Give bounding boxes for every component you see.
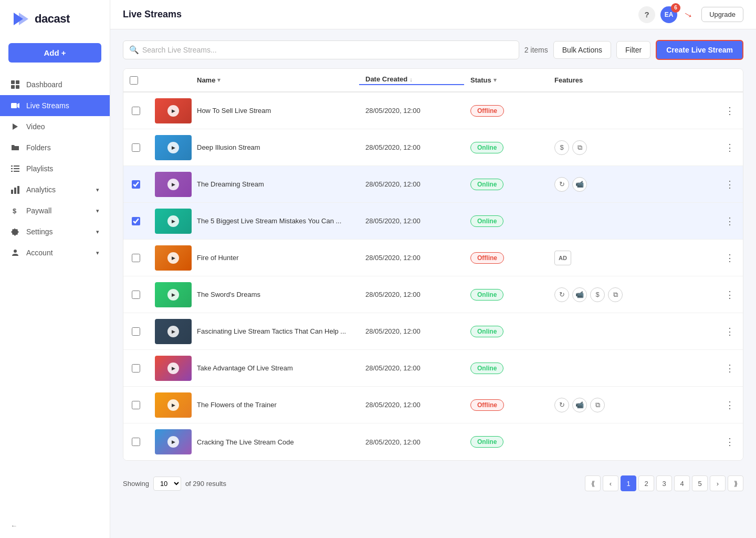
- page-button-1[interactable]: 1: [621, 475, 636, 491]
- header-name[interactable]: Name ▾: [191, 76, 359, 84]
- more-options-button[interactable]: ⋮: [723, 398, 737, 412]
- more-options-button[interactable]: ⋮: [723, 251, 737, 265]
- more-options-button[interactable]: ⋮: [723, 361, 737, 376]
- sort-down-icon: ↓: [410, 76, 413, 82]
- row-checkbox[interactable]: [132, 401, 140, 409]
- sidebar-item-live-streams[interactable]: Live Streams: [0, 95, 110, 116]
- table-row: ▶ The 5 Biggest Live Stream Mistakes You…: [123, 203, 743, 240]
- select-all-checkbox[interactable]: [130, 76, 138, 85]
- table-row: ▶ How To Sell Live Stream 28/05/2020, 12…: [123, 92, 743, 129]
- row-name-cell: Deep Illusion Stream: [191, 143, 359, 151]
- row-checkbox[interactable]: [132, 438, 140, 446]
- gear-icon: [10, 227, 20, 236]
- row-features-cell: ↻📹⧉: [548, 398, 717, 412]
- row-checkbox[interactable]: [132, 143, 140, 152]
- create-live-stream-button[interactable]: Create Live Stream: [656, 40, 743, 60]
- sidebar-item-label: Playlists: [26, 164, 53, 173]
- table-body: ▶ How To Sell Live Stream 28/05/2020, 12…: [123, 92, 743, 460]
- add-button[interactable]: Add +: [8, 43, 101, 63]
- search-icon: 🔍: [129, 45, 139, 55]
- chevron-down-icon: ▾: [96, 250, 99, 256]
- filter-button[interactable]: Filter: [616, 41, 650, 59]
- page-button-5[interactable]: 5: [692, 475, 708, 491]
- page-button-2[interactable]: 2: [638, 475, 654, 491]
- header-checkbox-cell: [123, 76, 149, 85]
- row-checkbox[interactable]: [132, 291, 140, 299]
- header-status[interactable]: Status ▾: [464, 76, 548, 84]
- sidebar-item-dashboard[interactable]: Dashboard: [0, 74, 110, 95]
- row-checkbox-cell: [123, 364, 149, 373]
- sidebar-item-account[interactable]: Account ▾: [0, 242, 110, 263]
- stream-name: The Dreaming Stream: [197, 180, 264, 188]
- sidebar-item-paywall[interactable]: $ Paywall ▾: [0, 200, 110, 221]
- sidebar-item-settings[interactable]: Settings ▾: [0, 221, 110, 242]
- notification-indicator: EA 6: [660, 6, 677, 23]
- more-options-button[interactable]: ⋮: [723, 214, 737, 229]
- header-date-created[interactable]: Date Created ↓: [359, 75, 464, 85]
- table-header: Name ▾ Date Created ↓ Status ▾ Features: [123, 69, 743, 92]
- stream-thumbnail: ▶: [155, 98, 192, 123]
- prev-page-button[interactable]: ‹: [603, 475, 618, 491]
- svg-rect-12: [14, 168, 19, 169]
- main-content: Live Streams ? EA 6 → Upgrade 🔍 2 items …: [110, 0, 756, 538]
- row-date-cell: 28/05/2020, 12:00: [359, 401, 464, 409]
- more-options-button[interactable]: ⋮: [723, 287, 737, 302]
- row-features-cell: ↻📹: [548, 177, 717, 192]
- sidebar-item-analytics[interactable]: Analytics ▾: [0, 179, 110, 200]
- sort-icon: ▾: [494, 77, 497, 84]
- per-page-select[interactable]: 10 25 50: [153, 477, 181, 491]
- status-badge: Online: [470, 215, 503, 227]
- search-input[interactable]: [123, 40, 519, 59]
- row-checkbox[interactable]: [132, 180, 140, 189]
- sidebar: dacast Add + Dashboard Live Streams Vide…: [0, 0, 110, 538]
- ad-feature-icon: AD: [554, 251, 571, 265]
- back-button[interactable]: ←: [10, 522, 99, 530]
- stream-name: Fascinating Live Stream Tactics That Can…: [197, 327, 346, 335]
- video-icon: [10, 101, 20, 110]
- stream-thumbnail: ▶: [155, 429, 192, 454]
- bulk-actions-button[interactable]: Bulk Actions: [553, 41, 611, 59]
- more-options-button[interactable]: ⋮: [723, 104, 737, 118]
- list-icon: [10, 164, 20, 173]
- features-cell: ↻📹⧉: [554, 398, 710, 412]
- status-badge: Offline: [470, 399, 504, 411]
- stream-name: The 5 Biggest Live Stream Mistakes You C…: [197, 217, 341, 225]
- upgrade-button[interactable]: Upgrade: [701, 7, 743, 22]
- row-thumbnail-cell: ▶: [149, 209, 191, 234]
- user-icon: [10, 248, 20, 257]
- last-page-button[interactable]: ⟫: [728, 475, 743, 491]
- page-button-3[interactable]: 3: [656, 475, 672, 491]
- row-thumbnail-cell: ▶: [149, 135, 191, 160]
- more-options-button[interactable]: ⋮: [723, 324, 737, 339]
- first-page-button[interactable]: ⟪: [585, 475, 601, 491]
- row-thumbnail-cell: ▶: [149, 172, 191, 197]
- next-page-button[interactable]: ›: [710, 475, 726, 491]
- row-checkbox[interactable]: [132, 217, 140, 225]
- row-checkbox[interactable]: [132, 327, 140, 336]
- row-checkbox[interactable]: [132, 107, 140, 115]
- more-options-button[interactable]: ⋮: [723, 177, 737, 192]
- row-checkbox[interactable]: [132, 254, 140, 262]
- table-row: ▶ Take Advantage Of Live Stream 28/05/20…: [123, 350, 743, 387]
- sidebar-item-label: Paywall: [26, 206, 51, 215]
- sidebar-item-folders[interactable]: Folders: [0, 137, 110, 158]
- copy-feature-icon: ⧉: [572, 140, 587, 155]
- sidebar-item-label: Analytics: [26, 185, 56, 194]
- stream-thumbnail: ▶: [155, 135, 192, 160]
- sidebar-item-video[interactable]: Video: [0, 116, 110, 137]
- streams-table: Name ▾ Date Created ↓ Status ▾ Features: [123, 68, 743, 461]
- more-options-button[interactable]: ⋮: [723, 140, 737, 155]
- logo: dacast: [0, 0, 110, 38]
- help-button[interactable]: ?: [638, 6, 655, 23]
- camera-feature-icon: 📹: [572, 177, 587, 192]
- svg-rect-17: [17, 186, 19, 194]
- row-date-cell: 28/05/2020, 12:00: [359, 438, 464, 446]
- sidebar-item-playlists[interactable]: Playlists: [0, 158, 110, 179]
- more-options-button[interactable]: ⋮: [723, 434, 737, 449]
- row-status-cell: Offline: [464, 105, 548, 117]
- page-button-4[interactable]: 4: [674, 475, 690, 491]
- row-thumbnail-cell: ▶: [149, 282, 191, 307]
- row-name-cell: Fascinating Live Stream Tactics That Can…: [191, 327, 359, 335]
- refresh-feature-icon: ↻: [554, 177, 569, 192]
- row-checkbox[interactable]: [132, 364, 140, 373]
